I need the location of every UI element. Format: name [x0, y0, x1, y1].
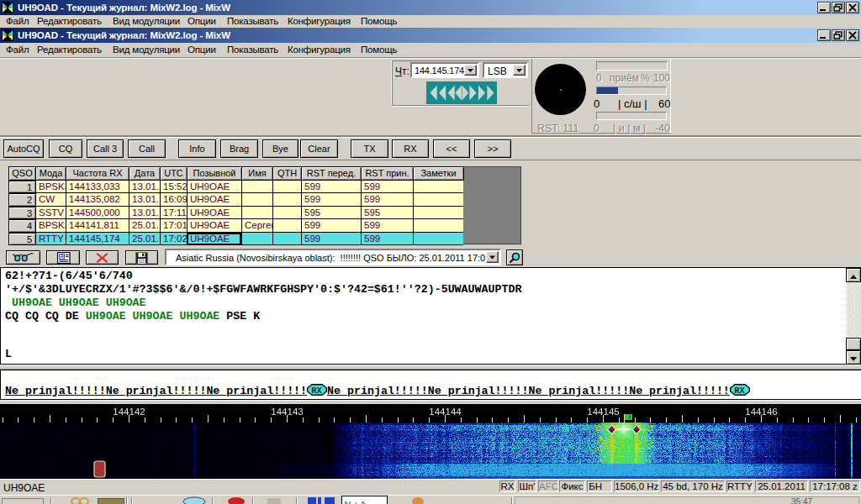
svg-text:A: A — [60, 253, 64, 259]
svg-text:RX: RX — [734, 385, 745, 395]
svg-text:RX: RX — [311, 385, 322, 395]
